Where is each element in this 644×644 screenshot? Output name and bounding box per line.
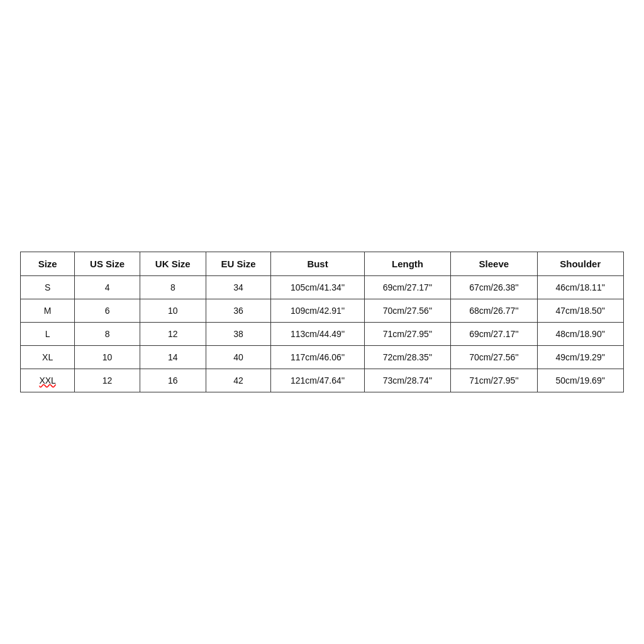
cell-length-m: 70cm/27.56'' [364,299,450,323]
header-us-size: US Size [75,252,140,276]
table-row: L 8 12 38 113cm/44.49'' 71cm/27.95'' 69c… [21,323,624,346]
cell-bust-s: 105cm/41.34'' [271,276,365,299]
cell-eu-m: 36 [206,299,271,323]
header-uk-size: UK Size [140,252,206,276]
cell-bust-xxl: 121cm/47.64'' [271,369,365,392]
cell-shoulder-xl: 49cm/19.29'' [537,346,623,369]
header-bust: Bust [271,252,365,276]
cell-us-xl: 10 [75,346,140,369]
header-shoulder: Shoulder [537,252,623,276]
cell-uk-l: 12 [140,323,206,346]
cell-size-s: S [21,276,75,299]
header-length: Length [364,252,450,276]
cell-us-xxl: 12 [75,369,140,392]
cell-eu-xxl: 42 [206,369,271,392]
cell-sleeve-xl: 70cm/27.56'' [451,346,537,369]
header-sleeve: Sleeve [451,252,537,276]
cell-length-xl: 72cm/28.35'' [364,346,450,369]
cell-uk-xl: 14 [140,346,206,369]
cell-length-l: 71cm/27.95'' [364,323,450,346]
cell-shoulder-m: 47cm/18.50'' [537,299,623,323]
table-header-row: Size US Size UK Size EU Size Bust Length… [21,252,624,276]
page-container: Size US Size UK Size EU Size Bust Length… [0,0,644,644]
table-row: XXL 12 16 42 121cm/47.64'' 73cm/28.74'' … [21,369,624,392]
cell-bust-xl: 117cm/46.06'' [271,346,365,369]
cell-shoulder-l: 48cm/18.90'' [537,323,623,346]
cell-sleeve-m: 68cm/26.77'' [451,299,537,323]
cell-uk-s: 8 [140,276,206,299]
cell-size-xxl: XXL [21,369,75,392]
cell-uk-m: 10 [140,299,206,323]
cell-sleeve-l: 69cm/27.17'' [451,323,537,346]
header-eu-size: EU Size [206,252,271,276]
cell-shoulder-s: 46cm/18.11'' [537,276,623,299]
cell-size-m: M [21,299,75,323]
cell-eu-s: 34 [206,276,271,299]
size-chart-table: Size US Size UK Size EU Size Bust Length… [20,252,624,392]
cell-uk-xxl: 16 [140,369,206,392]
cell-sleeve-s: 67cm/26.38'' [451,276,537,299]
cell-us-s: 4 [75,276,140,299]
cell-size-xl: XL [21,346,75,369]
table-row: S 4 8 34 105cm/41.34'' 69cm/27.17'' 67cm… [21,276,624,299]
cell-sleeve-xxl: 71cm/27.95'' [451,369,537,392]
cell-bust-l: 113cm/44.49'' [271,323,365,346]
cell-eu-xl: 40 [206,346,271,369]
cell-size-l: L [21,323,75,346]
cell-shoulder-xxl: 50cm/19.69'' [537,369,623,392]
cell-length-s: 69cm/27.17'' [364,276,450,299]
cell-eu-l: 38 [206,323,271,346]
header-size: Size [21,252,75,276]
table-row: M 6 10 36 109cm/42.91'' 70cm/27.56'' 68c… [21,299,624,323]
table-row: XL 10 14 40 117cm/46.06'' 72cm/28.35'' 7… [21,346,624,369]
cell-length-xxl: 73cm/28.74'' [364,369,450,392]
cell-us-m: 6 [75,299,140,323]
cell-bust-m: 109cm/42.91'' [271,299,365,323]
cell-us-l: 8 [75,323,140,346]
